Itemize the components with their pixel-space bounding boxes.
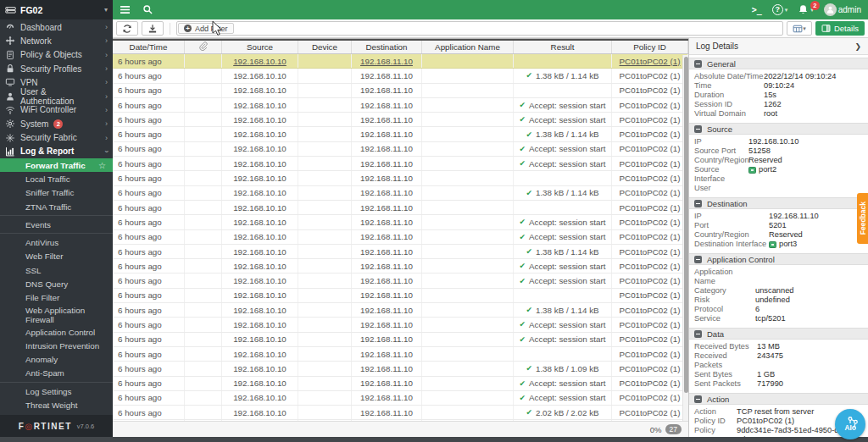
cell-date-time: 6 hours ago: [113, 171, 185, 185]
search-icon[interactable]: [142, 4, 153, 15]
cli-console-icon[interactable]: >_: [752, 5, 762, 14]
sidebar-item-label: System: [20, 119, 48, 129]
table-row[interactable]: 6 hours ago192.168.10.10192.168.11.10✔Ac…: [113, 230, 688, 245]
feedback-tab[interactable]: Feedback: [857, 193, 868, 244]
sidebar-item-network[interactable]: Network›: [0, 34, 113, 47]
table-row[interactable]: 6 hours ago192.168.10.10192.168.11.10✔Ac…: [113, 215, 688, 229]
sidebar-item-system[interactable]: System2›: [0, 117, 113, 130]
sidebar-item-dashboard[interactable]: Dashboard›: [0, 20, 113, 34]
sidebar-subitem-forward-traffic[interactable]: Forward Traffic☆: [0, 158, 113, 172]
sidebar-subitem-anomaly[interactable]: Anomaly: [0, 353, 113, 367]
table-row[interactable]: 6 hours ago192.168.10.10192.168.11.10✔1.…: [113, 127, 688, 141]
sidebar-subitem-anti-spam[interactable]: Anti-Spam: [0, 367, 113, 380]
sidebar-item-security-profiles[interactable]: Security Profiles›: [0, 62, 113, 75]
sidebar-subitem-ztna-traffic[interactable]: ZTNA Traffic: [0, 200, 113, 213]
table-row[interactable]: 6 hours ago192.168.10.10192.168.11.10✔1.…: [113, 245, 688, 259]
accept-check-icon: ✔: [520, 159, 526, 168]
table-row[interactable]: 6 hours ago192.168.10.10192.168.11.10✔Ac…: [113, 273, 688, 288]
table-row[interactable]: 6 hours ago192.168.10.10192.168.11.10✔Ac…: [113, 333, 688, 347]
device-selector[interactable]: FG02 ▾: [0, 0, 113, 19]
bottom-scrollbar-strip[interactable]: [0, 437, 868, 442]
table-row[interactable]: 6 hours ago192.168.10.10192.168.11.10✔2.…: [113, 406, 688, 420]
sidebar-subitem-antivirus[interactable]: AntiVirus: [0, 235, 113, 249]
details-toggle-button[interactable]: Details: [815, 21, 865, 36]
table-row[interactable]: 6 hours ago192.168.10.10192.168.11.10PC0…: [113, 289, 688, 303]
hamburger-menu-icon[interactable]: [120, 5, 131, 14]
section-header-data[interactable]: Data: [689, 328, 868, 340]
column-header-application-name[interactable]: Application Name: [422, 41, 514, 53]
table-row[interactable]: 6 hours ago192.168.10.10192.168.11.10PC0…: [113, 347, 688, 362]
section-header-general[interactable]: General: [689, 58, 868, 69]
table-row[interactable]: 6 hours ago192.168.10.10192.168.11.10✔1.…: [113, 303, 688, 318]
detail-row-sent-packets: Sent Packets717990: [694, 379, 863, 389]
table-row[interactable]: 6 hours ago192.168.10.10192.168.11.10PC0…: [113, 84, 688, 98]
cell-date-time: 6 hours ago: [113, 289, 185, 302]
sidebar-subitem-log-settings[interactable]: Log Settings: [0, 384, 113, 398]
collapse-minus-icon[interactable]: [694, 125, 702, 133]
sidebar-item-log-report[interactable]: Log & Report›: [0, 145, 113, 158]
table-scrollbar[interactable]: [682, 55, 688, 421]
table-row[interactable]: 6 hours ago192.168.10.10192.168.11.10✔1.…: [113, 69, 688, 83]
sidebar-item-security-fabric[interactable]: Security Fabric›: [0, 130, 113, 144]
table-row[interactable]: 6 hours ago192.168.10.10192.168.11.10✔Ac…: [113, 142, 688, 157]
column-header-destination[interactable]: Destination: [352, 41, 422, 53]
cell-application-name: [422, 186, 514, 200]
add-filter-button[interactable]: + Add Filter: [178, 23, 234, 34]
sidebar-item-policy-objects[interactable]: Policy & Objects›: [0, 48, 113, 62]
sidebar-subitem-events[interactable]: Events: [0, 218, 113, 231]
sidebar-subitem-sniffer-traffic[interactable]: Sniffer Traffic: [0, 186, 113, 200]
column-header-device[interactable]: Device: [298, 41, 352, 53]
sidebar-subitem-local-traffic[interactable]: Local Traffic: [0, 172, 113, 185]
admin-menu[interactable]: admin: [824, 3, 861, 16]
collapse-minus-icon[interactable]: [694, 60, 702, 68]
table-row[interactable]: 6 hours ago192.168.10.10192.168.11.10PC0…: [113, 201, 688, 215]
table-row[interactable]: 6 hours ago192.168.10.10192.168.11.10✔Ac…: [113, 113, 688, 127]
cell-application-name: [422, 113, 514, 126]
sidebar-subitem-dns-query[interactable]: DNS Query: [0, 277, 113, 290]
sidebar-subitem-threat-weight[interactable]: Threat Weight: [0, 398, 113, 412]
sidebar-subitem-file-filter[interactable]: File Filter: [0, 291, 113, 305]
column-header-source[interactable]: Source: [222, 41, 298, 53]
favorite-star-icon[interactable]: ☆: [98, 161, 106, 170]
column-header-result[interactable]: Result: [514, 41, 612, 53]
table-row[interactable]: 6 hours ago192.168.10.10192.168.11.10✔Ac…: [113, 318, 688, 332]
download-button[interactable]: [142, 21, 164, 36]
table-row[interactable]: 6 hours ago192.168.10.10192.168.11.10✔Ac…: [113, 98, 688, 113]
table-row[interactable]: 6 hours ago192.168.10.10192.168.11.10✔Ac…: [113, 157, 688, 171]
table-row[interactable]: 6 hours ago192.168.10.10192.168.11.10✔Ac…: [113, 259, 688, 273]
sidebar-subitem-application-control[interactable]: Application Control: [0, 325, 113, 339]
collapse-minus-icon[interactable]: [694, 200, 702, 207]
section-header-destination[interactable]: Destination: [689, 197, 868, 209]
table-row[interactable]: 6 hours ago192.168.10.10192.168.11.10PC0…: [113, 54, 688, 69]
collapse-minus-icon[interactable]: [694, 330, 702, 338]
cell-device: [298, 362, 352, 375]
sidebar-subitem-ssl[interactable]: SSL: [0, 263, 113, 277]
filter-bar[interactable]: + Add Filter: [176, 21, 783, 36]
sidebar-subitem-intrusion-prevention[interactable]: Intrusion Prevention: [0, 339, 113, 352]
ai-assistant-button[interactable]: AI: [835, 409, 865, 439]
sidebar-subitem-web-application-firewall[interactable]: Web Application Firewall: [0, 305, 113, 325]
section-header-action[interactable]: Action: [689, 393, 868, 405]
help-menu[interactable]: ? ▾: [772, 4, 788, 15]
cell-result: [514, 347, 612, 361]
collapse-minus-icon[interactable]: [694, 395, 702, 403]
column-settings-button[interactable]: ▾: [787, 21, 812, 36]
collapse-minus-icon[interactable]: [694, 256, 702, 263]
table-row[interactable]: 6 hours ago192.168.10.10192.168.11.10✔1.…: [113, 362, 688, 376]
table-row[interactable]: 6 hours ago192.168.10.10192.168.11.10PC0…: [113, 171, 688, 185]
column-header-date-time[interactable]: Date/Time: [113, 41, 185, 53]
section-header-source[interactable]: Source: [689, 123, 868, 135]
cell-attachment: [185, 273, 222, 287]
cell-source: 192.168.10.10: [222, 201, 298, 214]
refresh-button[interactable]: [116, 21, 138, 36]
collapse-panel-icon[interactable]: ❯: [854, 42, 861, 51]
notifications-menu[interactable]: 2 ▾: [798, 4, 814, 15]
sidebar-subitem-web-filter[interactable]: Web Filter: [0, 250, 113, 263]
sidebar-item-user-authentication[interactable]: User & Authentication›: [0, 89, 113, 102]
table-row[interactable]: 6 hours ago192.168.10.10192.168.11.10✔Ac…: [113, 391, 688, 406]
table-row[interactable]: 6 hours ago192.168.10.10192.168.11.10✔1.…: [113, 186, 688, 201]
section-header-application-control[interactable]: Application Control: [689, 253, 868, 265]
column-header-attachment[interactable]: [185, 41, 222, 53]
column-header-policy-id[interactable]: Policy ID: [612, 41, 688, 53]
table-row[interactable]: 6 hours ago192.168.10.10192.168.11.10✔Ac…: [113, 377, 688, 391]
